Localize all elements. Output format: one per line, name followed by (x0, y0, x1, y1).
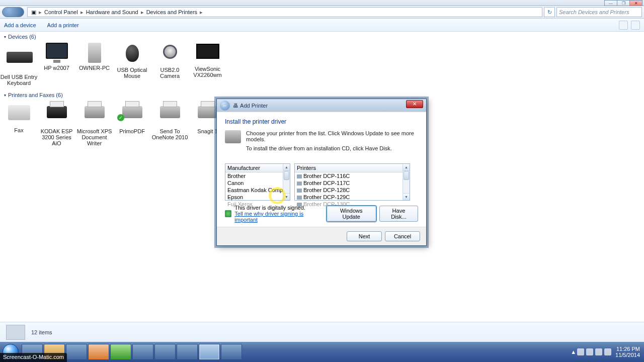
printer-icon: 🖶 (233, 103, 238, 109)
manufacturer-listbox[interactable]: Manufacturer Brother Canon Eastman Kodak… (225, 163, 290, 201)
taskbar-app[interactable] (177, 344, 198, 360)
nav-back-forward[interactable] (2, 7, 24, 17)
command-bar: Add a device Add a printer (0, 19, 644, 32)
window-titlebar: — ❐ ✕ (0, 0, 644, 6)
breadcrumb-l1[interactable]: Hardware and Sound (85, 9, 140, 15)
item-count: 12 items (31, 329, 52, 335)
windows-update-button[interactable]: Windows Update (327, 206, 376, 222)
device-item[interactable]: HP w2007 (38, 43, 75, 86)
close-button[interactable]: ✕ (629, 0, 642, 6)
printer-item[interactable]: Microsoft XPS Document Writer (75, 101, 113, 146)
list-item[interactable]: Brother DCP-117C (295, 179, 410, 187)
list-item[interactable]: Brother DCP-128C (295, 187, 410, 194)
taskbar-clock[interactable]: 11:26 PM 11/5/2014 (615, 346, 640, 358)
list-item[interactable]: Brother (225, 172, 290, 179)
list-item[interactable]: Brother DCP-116C (295, 172, 410, 179)
printer-illustration-icon (225, 130, 241, 143)
dialog-close-button[interactable]: ✕ (406, 100, 423, 108)
device-item[interactable]: USB2.0 Camera (151, 43, 189, 86)
tray-icon[interactable] (586, 348, 593, 355)
device-item[interactable]: ViewSonic VX2260wm (189, 43, 226, 86)
cancel-button[interactable]: Cancel (385, 231, 420, 241)
add-printer-button[interactable]: Add a printer (47, 22, 79, 28)
group-header-devices[interactable]: ▾Devices (6) (0, 32, 644, 41)
help-button[interactable] (631, 21, 640, 30)
manufacturer-header: Manufacturer (225, 164, 290, 172)
taskbar-app[interactable] (88, 344, 109, 360)
taskbar-app[interactable] (132, 344, 153, 360)
add-device-button[interactable]: Add a device (4, 22, 36, 28)
list-item[interactable]: Eastman Kodak Company (225, 187, 290, 194)
device-item[interactable]: USB Optical Mouse (113, 43, 151, 86)
add-printer-dialog: ← 🖶 Add Printer ✕ Install the printer dr… (216, 99, 427, 246)
breadcrumb-l2[interactable]: Devices and Printers (145, 9, 199, 15)
group-header-printers[interactable]: ▾Printers and Faxes (6) (0, 90, 644, 99)
list-item[interactable]: Fuji Xerox (225, 201, 290, 208)
tray-icon[interactable] (595, 348, 602, 355)
dialog-instruction-1: Choose your printer from the list. Click… (246, 130, 418, 142)
maximize-button[interactable]: ❐ (617, 0, 630, 6)
view-options-button[interactable] (619, 21, 628, 30)
list-item[interactable]: Brother DCP-130C (295, 201, 410, 208)
printer-item[interactable]: Send To OneNote 2010 (151, 101, 189, 146)
dialog-instruction-2: To install the driver from an installati… (246, 145, 418, 151)
printer-item[interactable]: KODAK ESP 3200 Series AiO (38, 101, 75, 146)
taskbar-app[interactable] (110, 344, 131, 360)
breadcrumb[interactable]: ▣▸ Control Panel▸ Hardware and Sound▸ De… (27, 7, 542, 17)
dialog-heading: Install the printer driver (225, 118, 418, 125)
list-item[interactable]: Epson (225, 194, 290, 201)
device-item[interactable]: Dell USB Entry Keyboard (0, 43, 38, 86)
taskbar-app[interactable] (154, 344, 176, 360)
printer-item[interactable]: ✓PrimoPDF (113, 101, 151, 146)
taskbar-app[interactable] (199, 344, 220, 360)
minimize-button[interactable]: — (604, 0, 617, 6)
scrollbar[interactable]: ▲▼ (283, 164, 290, 200)
dialog-back-button[interactable]: ← (220, 101, 230, 111)
list-item[interactable]: Canon (225, 179, 290, 187)
driver-signing-link[interactable]: Tell me why driver signing is important (234, 211, 303, 223)
watermark: Screencast-O-Matic.com (0, 353, 67, 362)
tray-expand-icon[interactable]: ▲ (571, 349, 576, 355)
taskbar-app[interactable] (66, 344, 87, 360)
address-bar: ▣▸ Control Panel▸ Hardware and Sound▸ De… (0, 6, 644, 19)
search-input[interactable]: Search Devices and Printers (556, 7, 642, 17)
printers-listbox[interactable]: Printers Brother DCP-116C Brother DCP-11… (294, 163, 410, 201)
tray-icon[interactable] (604, 348, 611, 355)
device-item[interactable]: OWNER-PC (75, 43, 113, 86)
tray-icon[interactable] (577, 348, 584, 355)
details-thumbnail-icon (6, 325, 25, 340)
refresh-button[interactable]: ↻ (544, 7, 555, 17)
dialog-titlebar[interactable]: ← 🖶 Add Printer ✕ (217, 99, 426, 112)
breadcrumb-root[interactable]: Control Panel (43, 9, 79, 15)
details-pane: 12 items (0, 322, 644, 342)
have-disk-button[interactable]: Have Disk... (379, 206, 418, 222)
system-tray[interactable]: ▲ 11:26 PM 11/5/2014 (571, 346, 644, 358)
printer-item[interactable]: Fax (0, 101, 38, 146)
list-item[interactable]: Brother DCP-129C (295, 194, 410, 201)
scrollbar[interactable]: ▲▼ (403, 164, 410, 200)
dialog-title: Add Printer (240, 103, 268, 109)
printers-header: Printers (295, 164, 410, 172)
shield-icon (225, 210, 231, 217)
taskbar: ▲ 11:26 PM 11/5/2014 (0, 342, 644, 362)
next-button[interactable]: Next (347, 231, 382, 241)
taskbar-app[interactable] (221, 344, 242, 360)
